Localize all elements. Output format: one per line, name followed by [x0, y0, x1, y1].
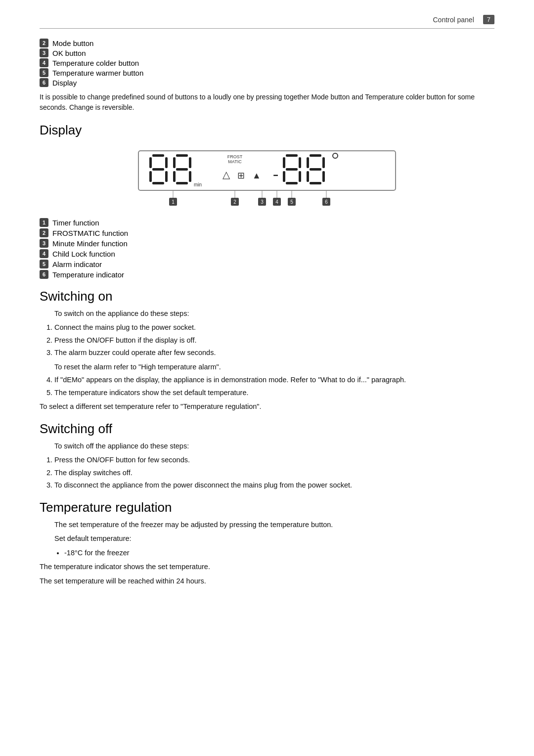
list-item: To disconnect the appliance from the pow…: [54, 480, 494, 490]
info-text: It is possible to change predefined soun…: [40, 92, 494, 113]
temp-warmer-label: Temperature warmer button: [52, 69, 143, 77]
mode-button-label: Mode button: [52, 39, 93, 47]
svg-rect-7: [152, 182, 164, 184]
frostmatic-function-label: FROSTMATIC function: [52, 229, 128, 237]
child-lock-label: Child Lock function: [52, 250, 115, 258]
svg-text:FROST: FROST: [227, 154, 243, 159]
switching-on-steps-cont: If "dEMo" appears on the display, the ap…: [54, 374, 494, 398]
badge-5: 5: [40, 68, 48, 77]
svg-text:MATIC: MATIC: [228, 159, 242, 164]
list-item: 4 Child Lock function: [40, 249, 494, 258]
svg-rect-33: [307, 171, 309, 182]
svg-text:▲: ▲: [252, 171, 261, 180]
svg-text:△: △: [222, 169, 230, 180]
svg-rect-4: [152, 168, 164, 171]
alarm-indicator-label: Alarm indicator: [52, 260, 102, 268]
badge-f6: 6: [40, 270, 48, 279]
svg-rect-14: [176, 182, 188, 184]
svg-rect-22: [286, 154, 298, 157]
svg-rect-28: [286, 182, 298, 184]
switching-on-heading: Switching on: [40, 289, 494, 304]
page: Control panel 7 2 Mode button 3 OK butto…: [0, 0, 534, 756]
svg-rect-26: [283, 171, 285, 182]
svg-text:3: 3: [261, 199, 264, 205]
display-diagram: min FROST MATIC △ ⊞ ▲ -: [40, 146, 494, 215]
switching-on-section: Switching on To switch on the appliance …: [40, 289, 494, 412]
list-item: 3 OK button: [40, 48, 494, 57]
svg-rect-12: [173, 171, 176, 182]
list-item: 2 FROSTMATIC function: [40, 228, 494, 237]
svg-text:2: 2: [233, 199, 236, 205]
badge-6: 6: [40, 78, 48, 87]
svg-text:4: 4: [275, 199, 278, 205]
svg-rect-34: [322, 171, 325, 182]
badge-4: 4: [40, 58, 48, 67]
svg-rect-6: [165, 171, 168, 182]
temp-colder-label: Temperature colder button: [52, 59, 139, 67]
display-label: Display: [52, 79, 77, 87]
display-svg: min FROST MATIC △ ⊞ ▲ -: [134, 146, 400, 215]
svg-rect-24: [299, 157, 301, 168]
list-item: 5 Alarm indicator: [40, 260, 494, 268]
svg-rect-29: [310, 154, 321, 157]
list-item: If "dEMo" appears on the display, the ap…: [54, 374, 494, 385]
switching-off-intro: To switch off the appliance do these ste…: [54, 441, 494, 451]
page-header: Control panel 7: [40, 15, 494, 29]
badge-3: 3: [40, 48, 48, 57]
svg-rect-10: [189, 157, 191, 168]
svg-text:1: 1: [172, 199, 175, 205]
list-item: The alarm buzzer could operate after few…: [54, 347, 494, 358]
svg-rect-3: [165, 157, 168, 168]
badge-f1: 1: [40, 218, 48, 227]
list-item: The display switches off.: [54, 467, 494, 478]
list-item: 1 Timer function: [40, 218, 494, 227]
svg-rect-11: [176, 168, 188, 171]
switching-on-steps: Connect the mains plug to the power sock…: [54, 322, 494, 358]
svg-rect-9: [173, 157, 176, 168]
temperature-indicator-label: Temperature indicator: [52, 270, 124, 279]
list-item: Press the ON/OFF button for few seconds.: [54, 454, 494, 465]
svg-rect-2: [149, 157, 152, 168]
badge-f5: 5: [40, 260, 48, 268]
page-number: 7: [483, 15, 494, 24]
svg-rect-27: [299, 171, 301, 182]
list-item: 6 Temperature indicator: [40, 270, 494, 279]
svg-text:5: 5: [290, 199, 293, 205]
svg-rect-23: [283, 157, 285, 168]
temp-reg-bullets: -18°C for the freezer: [64, 547, 494, 558]
timer-function-label: Timer function: [52, 219, 99, 227]
svg-rect-5: [149, 171, 152, 182]
temp-reg-text4: The set temperature will be reached with…: [40, 576, 494, 586]
control-buttons-list: 2 Mode button 3 OK button 4 Temperature …: [40, 39, 494, 87]
list-item: Press the ON/OFF button if the display i…: [54, 335, 494, 346]
badge-f3: 3: [40, 239, 48, 248]
display-features-list: 1 Timer function 2 FROSTMATIC function 3…: [40, 218, 494, 279]
svg-rect-35: [310, 182, 321, 184]
step3-indent: To reset the alarm refer to "High temper…: [54, 361, 494, 372]
svg-rect-31: [322, 157, 325, 168]
list-item: Connect the mains plug to the power sock…: [54, 322, 494, 333]
list-item: 2 Mode button: [40, 39, 494, 47]
list-item: 3 Minute Minder function: [40, 239, 494, 248]
header-title: Control panel: [433, 16, 474, 24]
temp-reg-text1: The set temperature of the freezer may b…: [54, 519, 494, 530]
switching-off-heading: Switching off: [40, 421, 494, 437]
svg-rect-32: [310, 168, 321, 171]
switching-off-steps: Press the ON/OFF button for few seconds.…: [54, 454, 494, 490]
temperature-regulation-heading: Temperature regulation: [40, 500, 494, 515]
svg-text:⊞: ⊞: [237, 171, 245, 180]
svg-rect-25: [286, 168, 298, 171]
svg-rect-13: [189, 171, 191, 182]
switching-on-outro: To select a different set temperature re…: [40, 401, 494, 412]
svg-rect-1: [152, 154, 164, 157]
svg-text:-: -: [271, 166, 280, 184]
svg-rect-30: [307, 157, 309, 168]
minute-minder-label: Minute Minder function: [52, 239, 128, 248]
svg-text:6: 6: [325, 199, 328, 205]
ok-button-label: OK button: [52, 49, 86, 57]
temp-reg-text2: Set default temperature:: [54, 533, 494, 544]
badge-f4: 4: [40, 249, 48, 258]
display-heading: Display: [40, 123, 494, 138]
list-item: The temperature indicators show the set …: [54, 387, 494, 398]
svg-text:min: min: [194, 182, 202, 187]
